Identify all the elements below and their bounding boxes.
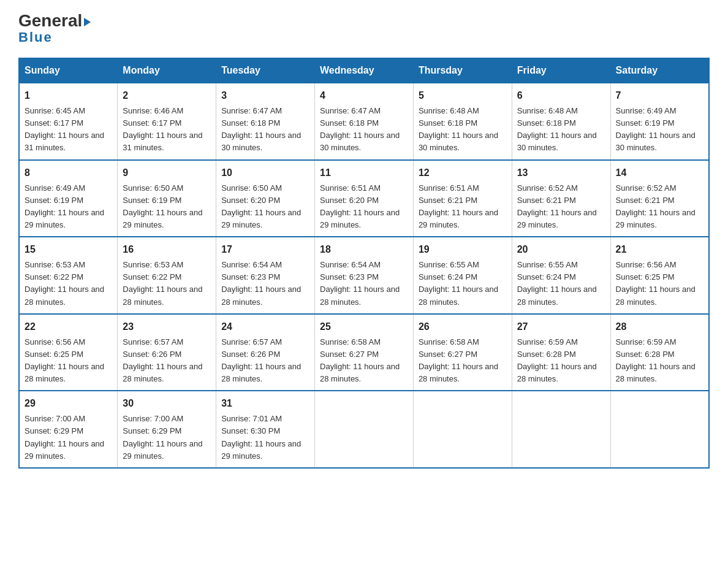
calendar-header-saturday: Saturday: [610, 58, 709, 83]
day-info: Sunrise: 6:58 AMSunset: 6:27 PMDaylight:…: [320, 336, 408, 386]
day-number: 31: [221, 396, 309, 411]
day-info: Sunrise: 6:52 AMSunset: 6:21 PMDaylight:…: [517, 182, 605, 232]
calendar-cell: 12Sunrise: 6:51 AMSunset: 6:21 PMDayligh…: [413, 160, 512, 237]
calendar-cell: 16Sunrise: 6:53 AMSunset: 6:22 PMDayligh…: [118, 237, 216, 314]
day-number: 6: [517, 88, 605, 103]
calendar-cell: 19Sunrise: 6:55 AMSunset: 6:24 PMDayligh…: [413, 237, 512, 314]
day-info: Sunrise: 6:55 AMSunset: 6:24 PMDaylight:…: [517, 259, 605, 308]
calendar-cell: 2Sunrise: 6:46 AMSunset: 6:17 PMDaylight…: [118, 83, 216, 160]
day-number: 8: [25, 166, 112, 180]
day-info: Sunrise: 6:45 AMSunset: 6:17 PMDaylight:…: [25, 105, 112, 155]
logo-general: General: [18, 12, 91, 29]
day-info: Sunrise: 6:48 AMSunset: 6:18 PMDaylight:…: [517, 105, 605, 155]
calendar-cell: [512, 391, 610, 468]
day-info: Sunrise: 6:49 AMSunset: 6:19 PMDaylight:…: [25, 182, 112, 232]
calendar-cell: 5Sunrise: 6:48 AMSunset: 6:18 PMDaylight…: [413, 83, 512, 160]
calendar-cell: 8Sunrise: 6:49 AMSunset: 6:19 PMDaylight…: [19, 160, 118, 237]
calendar-cell: 24Sunrise: 6:57 AMSunset: 6:26 PMDayligh…: [216, 314, 315, 391]
day-number: 23: [123, 320, 211, 334]
day-info: Sunrise: 6:53 AMSunset: 6:22 PMDaylight:…: [123, 259, 211, 308]
calendar-cell: 21Sunrise: 6:56 AMSunset: 6:25 PMDayligh…: [610, 237, 709, 314]
day-number: 3: [221, 88, 309, 103]
day-number: 24: [221, 320, 309, 334]
calendar-cell: 6Sunrise: 6:48 AMSunset: 6:18 PMDaylight…: [512, 83, 610, 160]
day-number: 14: [616, 166, 703, 180]
day-info: Sunrise: 7:00 AMSunset: 6:29 PMDaylight:…: [25, 413, 112, 462]
calendar-week-2: 8Sunrise: 6:49 AMSunset: 6:19 PMDaylight…: [19, 160, 709, 237]
calendar-cell: 9Sunrise: 6:50 AMSunset: 6:19 PMDaylight…: [118, 160, 216, 237]
day-info: Sunrise: 6:49 AMSunset: 6:19 PMDaylight:…: [616, 105, 703, 155]
day-info: Sunrise: 6:50 AMSunset: 6:20 PMDaylight:…: [221, 182, 309, 232]
calendar-cell: 15Sunrise: 6:53 AMSunset: 6:22 PMDayligh…: [19, 237, 118, 314]
day-number: 13: [517, 166, 605, 180]
day-number: 21: [616, 242, 703, 257]
day-number: 25: [320, 320, 408, 334]
calendar-cell: 26Sunrise: 6:58 AMSunset: 6:27 PMDayligh…: [413, 314, 512, 391]
day-info: Sunrise: 6:48 AMSunset: 6:18 PMDaylight:…: [419, 105, 507, 155]
day-number: 2: [123, 88, 211, 103]
page-header: General Blue: [18, 12, 710, 45]
calendar-cell: 30Sunrise: 7:00 AMSunset: 6:29 PMDayligh…: [118, 391, 216, 468]
day-info: Sunrise: 6:58 AMSunset: 6:27 PMDaylight:…: [419, 336, 507, 386]
day-info: Sunrise: 6:47 AMSunset: 6:18 PMDaylight:…: [221, 105, 309, 155]
calendar-table: SundayMondayTuesdayWednesdayThursdayFrid…: [18, 58, 710, 469]
calendar-cell: 13Sunrise: 6:52 AMSunset: 6:21 PMDayligh…: [512, 160, 610, 237]
calendar-cell: 10Sunrise: 6:50 AMSunset: 6:20 PMDayligh…: [216, 160, 315, 237]
calendar-header-monday: Monday: [118, 58, 216, 83]
calendar-week-3: 15Sunrise: 6:53 AMSunset: 6:22 PMDayligh…: [19, 237, 709, 314]
calendar-cell: 7Sunrise: 6:49 AMSunset: 6:19 PMDaylight…: [610, 83, 709, 160]
day-number: 27: [517, 320, 605, 334]
day-info: Sunrise: 6:56 AMSunset: 6:25 PMDaylight:…: [25, 336, 112, 386]
calendar-cell: 1Sunrise: 6:45 AMSunset: 6:17 PMDaylight…: [19, 83, 118, 160]
day-number: 4: [320, 88, 408, 103]
day-number: 16: [123, 242, 211, 257]
day-number: 28: [616, 320, 703, 334]
calendar-cell: 28Sunrise: 6:59 AMSunset: 6:28 PMDayligh…: [610, 314, 709, 391]
calendar-cell: 25Sunrise: 6:58 AMSunset: 6:27 PMDayligh…: [315, 314, 414, 391]
day-info: Sunrise: 7:00 AMSunset: 6:29 PMDaylight:…: [123, 413, 211, 462]
day-info: Sunrise: 6:47 AMSunset: 6:18 PMDaylight:…: [320, 105, 408, 155]
day-info: Sunrise: 6:59 AMSunset: 6:28 PMDaylight:…: [616, 336, 703, 386]
day-number: 20: [517, 242, 605, 257]
day-info: Sunrise: 6:54 AMSunset: 6:23 PMDaylight:…: [320, 259, 408, 308]
calendar-cell: 31Sunrise: 7:01 AMSunset: 6:30 PMDayligh…: [216, 391, 315, 468]
day-number: 22: [25, 320, 112, 334]
day-info: Sunrise: 6:53 AMSunset: 6:22 PMDaylight:…: [25, 259, 112, 308]
calendar-cell: 18Sunrise: 6:54 AMSunset: 6:23 PMDayligh…: [315, 237, 414, 314]
calendar-week-1: 1Sunrise: 6:45 AMSunset: 6:17 PMDaylight…: [19, 83, 709, 160]
calendar-header-tuesday: Tuesday: [216, 58, 315, 83]
day-number: 9: [123, 166, 211, 180]
day-info: Sunrise: 6:57 AMSunset: 6:26 PMDaylight:…: [221, 336, 309, 386]
day-info: Sunrise: 7:01 AMSunset: 6:30 PMDaylight:…: [221, 413, 309, 462]
day-number: 18: [320, 242, 408, 257]
calendar-cell: 23Sunrise: 6:57 AMSunset: 6:26 PMDayligh…: [118, 314, 216, 391]
day-number: 15: [25, 242, 112, 257]
calendar-header-friday: Friday: [512, 58, 610, 83]
calendar-cell: 11Sunrise: 6:51 AMSunset: 6:20 PMDayligh…: [315, 160, 414, 237]
day-info: Sunrise: 6:55 AMSunset: 6:24 PMDaylight:…: [419, 259, 507, 308]
day-number: 10: [221, 166, 309, 180]
day-number: 17: [221, 242, 309, 257]
day-number: 7: [616, 88, 703, 103]
day-number: 19: [419, 242, 507, 257]
calendar-cell: 22Sunrise: 6:56 AMSunset: 6:25 PMDayligh…: [19, 314, 118, 391]
logo-blue: Blue: [18, 29, 53, 45]
day-number: 11: [320, 166, 408, 180]
day-info: Sunrise: 6:59 AMSunset: 6:28 PMDaylight:…: [517, 336, 605, 386]
calendar-header-wednesday: Wednesday: [315, 58, 414, 83]
calendar-header-thursday: Thursday: [413, 58, 512, 83]
calendar-cell: 27Sunrise: 6:59 AMSunset: 6:28 PMDayligh…: [512, 314, 610, 391]
day-info: Sunrise: 6:54 AMSunset: 6:23 PMDaylight:…: [221, 259, 309, 308]
day-number: 1: [25, 88, 112, 103]
day-number: 5: [419, 88, 507, 103]
day-info: Sunrise: 6:51 AMSunset: 6:20 PMDaylight:…: [320, 182, 408, 232]
calendar-cell: [315, 391, 414, 468]
calendar-body: 1Sunrise: 6:45 AMSunset: 6:17 PMDaylight…: [19, 83, 709, 468]
calendar-cell: 20Sunrise: 6:55 AMSunset: 6:24 PMDayligh…: [512, 237, 610, 314]
day-info: Sunrise: 6:46 AMSunset: 6:17 PMDaylight:…: [123, 105, 211, 155]
calendar-cell: 3Sunrise: 6:47 AMSunset: 6:18 PMDaylight…: [216, 83, 315, 160]
calendar-header-row: SundayMondayTuesdayWednesdayThursdayFrid…: [19, 58, 709, 83]
calendar-cell: 14Sunrise: 6:52 AMSunset: 6:21 PMDayligh…: [610, 160, 709, 237]
day-number: 29: [25, 396, 112, 411]
day-info: Sunrise: 6:57 AMSunset: 6:26 PMDaylight:…: [123, 336, 211, 386]
